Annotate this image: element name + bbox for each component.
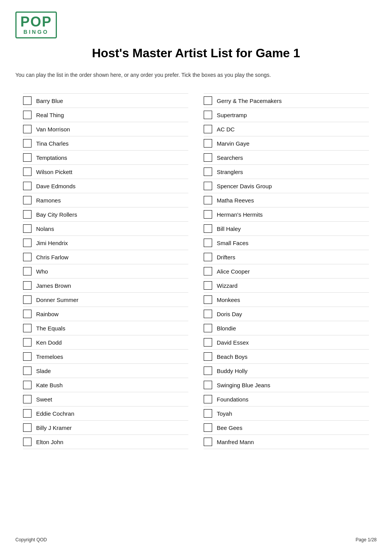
- artist-checkbox[interactable]: [23, 395, 32, 403]
- list-item: Tina Charles: [23, 136, 188, 151]
- artist-checkbox[interactable]: [204, 210, 212, 219]
- artist-checkbox[interactable]: [23, 338, 32, 347]
- artist-name: Buddy Holly: [217, 368, 247, 374]
- artist-name: Real Thing: [36, 112, 64, 118]
- artist-name: Sweet: [36, 396, 52, 403]
- artist-name: Drifters: [217, 254, 235, 260]
- artist-name: Monkees: [217, 297, 240, 303]
- artist-checkbox[interactable]: [204, 324, 212, 332]
- list-item: Manfred Mann: [204, 435, 369, 449]
- artist-name: Small Faces: [217, 240, 249, 246]
- artist-name: Who: [36, 268, 48, 275]
- artist-name: Manfred Mann: [217, 439, 254, 445]
- artist-checkbox[interactable]: [204, 409, 212, 418]
- list-item: Supertramp: [204, 108, 369, 122]
- footer-copyright: Copyright QOD: [15, 537, 47, 542]
- artist-checkbox[interactable]: [23, 409, 32, 418]
- artist-checkbox[interactable]: [23, 96, 32, 105]
- artist-checkbox[interactable]: [204, 281, 212, 290]
- list-item: Stranglers: [204, 165, 369, 179]
- artist-checkbox[interactable]: [204, 168, 212, 176]
- artist-checkbox[interactable]: [204, 239, 212, 247]
- artist-checkbox[interactable]: [23, 352, 32, 361]
- artist-checkbox[interactable]: [23, 295, 32, 304]
- artist-name: Billy J Kramer: [36, 425, 72, 431]
- artist-name: Van Morrison: [36, 126, 70, 133]
- artist-checkbox[interactable]: [23, 239, 32, 247]
- artist-checkbox[interactable]: [204, 338, 212, 347]
- artist-checkbox[interactable]: [23, 210, 32, 219]
- artist-checkbox[interactable]: [23, 423, 32, 432]
- artist-checkbox[interactable]: [23, 125, 32, 133]
- artist-checkbox[interactable]: [204, 125, 212, 133]
- footer: Copyright QOD Page 1/28: [15, 537, 377, 542]
- artist-name: Herman's Hermits: [217, 211, 263, 218]
- artist-checkbox[interactable]: [23, 367, 32, 375]
- right-column: Gerry & The PacemakersSupertrampAC DCMar…: [204, 93, 369, 449]
- artist-name: Eddie Cochran: [36, 410, 74, 417]
- list-item: Herman's Hermits: [204, 207, 369, 222]
- artist-checkbox[interactable]: [204, 196, 212, 204]
- artist-checkbox[interactable]: [23, 253, 32, 261]
- logo: POP BINGO: [15, 12, 57, 38]
- artist-checkbox[interactable]: [23, 196, 32, 204]
- artist-name: Wilson Pickett: [36, 169, 72, 175]
- artist-checkbox[interactable]: [204, 182, 212, 190]
- artist-checkbox[interactable]: [23, 381, 32, 389]
- list-item: Chris Farlow: [23, 250, 188, 264]
- artist-name: Ramones: [36, 197, 61, 204]
- artist-name: The Equals: [36, 325, 65, 332]
- artist-name: Matha Reeves: [217, 197, 254, 204]
- artist-checkbox[interactable]: [204, 381, 212, 389]
- list-item: Gerry & The Pacemakers: [204, 93, 369, 108]
- artist-checkbox[interactable]: [204, 153, 212, 162]
- artist-name: Slade: [36, 368, 51, 374]
- artist-checkbox[interactable]: [23, 224, 32, 233]
- list-item: Toyah: [204, 406, 369, 421]
- artist-checkbox[interactable]: [23, 438, 32, 446]
- artist-checkbox[interactable]: [23, 324, 32, 332]
- artist-name: Dave Edmonds: [36, 183, 76, 189]
- list-item: Matha Reeves: [204, 193, 369, 207]
- artist-checkbox[interactable]: [204, 310, 212, 318]
- footer-page: Page 1/28: [355, 537, 377, 542]
- artist-checkbox[interactable]: [23, 182, 32, 190]
- artist-checkbox[interactable]: [23, 267, 32, 275]
- artist-name: Alice Cooper: [217, 268, 250, 275]
- artist-checkbox[interactable]: [204, 96, 212, 105]
- artist-checkbox[interactable]: [23, 168, 32, 176]
- list-item: Barry Blue: [23, 93, 188, 108]
- artist-checkbox[interactable]: [204, 295, 212, 304]
- list-item: Rainbow: [23, 307, 188, 321]
- artist-checkbox[interactable]: [204, 352, 212, 361]
- artist-name: Bee Gees: [217, 425, 243, 431]
- artist-name: Temptations: [36, 154, 67, 161]
- list-item: Blondie: [204, 321, 369, 335]
- artist-checkbox[interactable]: [204, 395, 212, 403]
- artist-checkbox[interactable]: [204, 367, 212, 375]
- artist-checkbox[interactable]: [23, 310, 32, 318]
- artist-name: Donner Summer: [36, 297, 78, 303]
- artist-name: David Essex: [217, 339, 249, 346]
- artist-checkbox[interactable]: [204, 224, 212, 233]
- artist-checkbox[interactable]: [23, 153, 32, 162]
- artist-checkbox[interactable]: [23, 139, 32, 148]
- artist-checkbox[interactable]: [204, 253, 212, 261]
- artist-checkbox[interactable]: [23, 111, 32, 119]
- list-item: Buddy Holly: [204, 364, 369, 378]
- artist-checkbox[interactable]: [23, 281, 32, 290]
- list-item: Jimi Hendrix: [23, 236, 188, 250]
- list-item: Alice Cooper: [204, 264, 369, 279]
- artist-name: James Brown: [36, 282, 71, 289]
- list-item: Eddie Cochran: [23, 406, 188, 421]
- artist-checkbox[interactable]: [204, 111, 212, 119]
- artist-name: Elton John: [36, 439, 63, 445]
- artist-name: Toyah: [217, 410, 232, 417]
- artist-checkbox[interactable]: [204, 139, 212, 148]
- list-item: Wilson Pickett: [23, 165, 188, 179]
- artist-name: Marvin Gaye: [217, 140, 249, 147]
- artist-checkbox[interactable]: [204, 267, 212, 275]
- artist-name: Kate Bush: [36, 382, 63, 388]
- artist-checkbox[interactable]: [204, 423, 212, 432]
- artist-checkbox[interactable]: [204, 438, 212, 446]
